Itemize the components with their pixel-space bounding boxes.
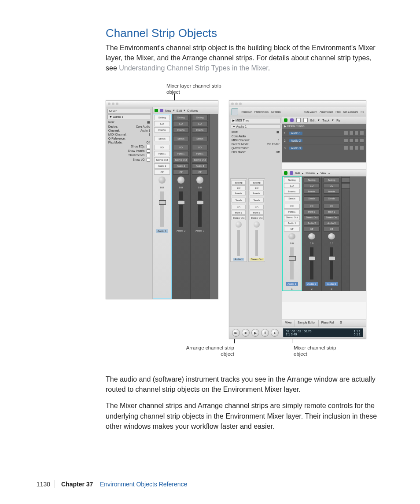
volume-fader[interactable] [330, 247, 333, 280]
link-icon[interactable] [155, 109, 158, 112]
mute-icon[interactable] [354, 131, 359, 135]
volume-fader[interactable] [198, 191, 202, 227]
link-icon[interactable] [284, 171, 287, 175]
output-slot[interactable]: Stereo Out [324, 215, 339, 220]
record-icon[interactable]: ● [271, 329, 279, 337]
bus-slot[interactable]: Audio 1 [284, 221, 300, 226]
automation-mode[interactable]: Off [173, 169, 189, 175]
play-icon[interactable]: ▶ [251, 329, 259, 337]
layer-icon[interactable] [290, 171, 293, 175]
tb-autozoom[interactable]: Auto Zoom [304, 110, 317, 113]
solo-icon[interactable] [360, 146, 364, 150]
tb-settings[interactable]: Settings [271, 110, 281, 113]
setting-slot[interactable]: Setting [250, 180, 264, 185]
tb-setlocators[interactable]: Set Locators [343, 110, 358, 113]
setting-slot[interactable]: Setting [284, 177, 300, 182]
output-slot[interactable]: Stereo Out [154, 157, 170, 162]
insp-audio-head[interactable]: ▼ Audio 1 [231, 124, 280, 129]
setting-slot[interactable]: Setting [324, 177, 339, 182]
bus-slot[interactable]: Audio 3 [192, 163, 208, 169]
sends-slot[interactable]: Sends [232, 198, 246, 202]
input-slot[interactable]: Input 1 [173, 151, 189, 156]
volume-fader[interactable] [179, 191, 183, 227]
output-slot[interactable]: Stereo Out [304, 215, 320, 220]
zoom-icon[interactable] [116, 103, 118, 105]
inserts-slot[interactable]: Inserts [173, 127, 189, 132]
eq-slot[interactable]: EQ [154, 121, 170, 126]
sends-slot[interactable]: Sends [304, 196, 320, 201]
automation-mode[interactable]: Off [324, 227, 339, 232]
zoom-icon[interactable] [239, 103, 242, 105]
setting-slot[interactable] [342, 177, 350, 183]
link-icon[interactable] [284, 118, 287, 122]
insp-check[interactable]: Show EQs: [107, 144, 151, 149]
mute-icon[interactable] [354, 138, 359, 143]
pan-knob[interactable] [236, 221, 242, 228]
mixer-channel-strip[interactable]: Setting EQ Inserts Sends I/O Input 1 Ste… [302, 177, 322, 291]
menu-new[interactable]: New [165, 109, 171, 112]
eq-slot[interactable]: EQ [250, 185, 264, 190]
menu-more[interactable]: Re [336, 119, 340, 122]
menu-options[interactable]: Options [187, 109, 198, 112]
insp-midi-thru[interactable]: ▶ MIDI Thru [231, 118, 280, 123]
input-slot[interactable]: Input 1 [250, 210, 264, 215]
pan-knob[interactable] [196, 177, 203, 184]
record-enable-icon[interactable] [349, 146, 354, 150]
input-slot[interactable]: Input 1 [154, 151, 170, 156]
tb-inspector[interactable]: Inspector [241, 110, 252, 113]
inserts-slot[interactable]: Inserts [250, 191, 264, 195]
input-slot[interactable]: Input 1 [324, 210, 339, 214]
menu-edit[interactable]: Edit [295, 172, 300, 174]
mute-icon[interactable] [354, 146, 359, 150]
insp-check[interactable]: Show I/O: [107, 158, 151, 162]
eq-slot[interactable]: EQ [192, 121, 208, 126]
inspector-icon[interactable] [231, 108, 238, 115]
setting-slot[interactable]: Setting [232, 180, 246, 185]
pan-knob[interactable] [288, 233, 295, 240]
track-row[interactable]: 2 Audio 2 [282, 136, 366, 144]
volume-fader[interactable] [160, 191, 164, 227]
pan-knob[interactable] [328, 233, 335, 240]
sidebar-mixer-head[interactable]: Mixer [107, 109, 151, 114]
inserts-slot[interactable]: Inserts [304, 189, 320, 194]
output-slot[interactable]: Stereo Out [232, 215, 246, 220]
output-slot[interactable]: Stereo Out [192, 157, 208, 162]
eq-slot[interactable] [342, 184, 350, 189]
menu-track[interactable]: Track [322, 119, 329, 122]
stop-icon[interactable]: ■ [242, 329, 250, 337]
pan-knob[interactable] [254, 221, 260, 228]
pause-icon[interactable]: ⏸ [261, 329, 269, 337]
volume-fader[interactable] [290, 247, 294, 280]
arrange-channel-strip[interactable]: Setting EQ Inserts Sends I/O Input 1 Ste… [230, 178, 247, 262]
input-monitor-icon[interactable] [344, 146, 348, 150]
input-monitor-icon[interactable] [344, 138, 348, 143]
minimize-icon[interactable] [112, 103, 114, 105]
goto-start-icon[interactable]: ⏮ [232, 329, 240, 337]
minimize-icon[interactable] [235, 103, 238, 105]
eq-slot[interactable]: EQ [304, 183, 320, 188]
setting-slot[interactable]: Setting [173, 115, 189, 120]
tool-icon[interactable] [303, 118, 308, 122]
sidebar-audio-head[interactable]: ▼ Audio 1 [107, 114, 151, 119]
tool-icon[interactable] [296, 118, 301, 122]
insp-check[interactable]: Show Sends: [107, 153, 151, 158]
inserts-slot[interactable]: Inserts [232, 191, 246, 195]
sends-slot[interactable]: Sends [154, 136, 170, 141]
channel-strip[interactable]: Setting EQ Inserts Sends I/O Input 1 Ste… [191, 114, 210, 299]
sends-slot[interactable]: Sends [192, 136, 208, 141]
insp-check[interactable]: Show Inserts: [107, 149, 151, 153]
menu-options[interactable]: Options [306, 172, 315, 174]
pan-knob[interactable] [308, 233, 315, 240]
tab-sample-editor[interactable]: Sample Editor [295, 320, 319, 327]
eq-slot[interactable]: EQ [232, 185, 246, 190]
automation-mode[interactable]: Off [154, 169, 170, 175]
sends-slot[interactable]: Sends [324, 196, 339, 201]
mixer-channel-strip[interactable]: Setting EQ Inserts Sends I/O Input 1 Ste… [282, 177, 302, 291]
global-tracks-header[interactable]: ▶ Global Tracks [282, 124, 366, 129]
sends-slot[interactable]: Sends [250, 198, 264, 202]
arrange-channel-strip[interactable]: Setting EQ Inserts Sends I/O Input 1 Ste… [248, 178, 265, 262]
track-row[interactable]: 3 Audio 3 [282, 144, 366, 151]
eq-slot[interactable]: EQ [173, 121, 189, 126]
setting-slot[interactable]: Setting [192, 115, 208, 120]
menu-view[interactable]: View [321, 172, 326, 174]
